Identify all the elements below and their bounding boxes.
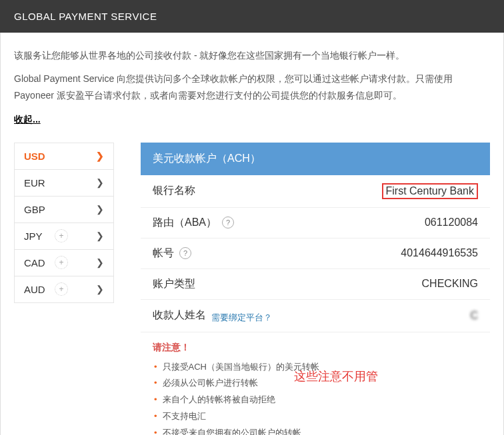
field-label: 银行名称: [153, 184, 195, 198]
notice-item: 来自个人的转帐将被自动拒绝: [154, 392, 478, 408]
notice-title: 请注意！: [153, 342, 478, 354]
field-value-highlighted: First Century Bank: [382, 183, 478, 199]
tab-cad[interactable]: CAD + ❯: [14, 250, 114, 276]
card-title: 美元收款帐户（ACH）: [141, 143, 490, 175]
chevron-right-icon: ❯: [96, 230, 104, 241]
field-value-redacted: C: [470, 310, 478, 322]
account-card: 美元收款帐户（ACH） 银行名称 First Century Bank 路由（A…: [141, 143, 490, 435]
row-account-type: 账户类型 CHECKING: [141, 269, 490, 300]
field-label: 收款人姓名 需要绑定平台？: [153, 308, 272, 324]
page-header: GLOBAL PAYMENT SERVICE: [0, 0, 504, 33]
intro-line-1: 该服务让您能够从世界各地的公司接收付款 - 就好像您在这些国家拥有一个当地银行帐…: [14, 47, 490, 64]
notice-item: 不接受来自您拥有的公司帐户的转帐: [154, 425, 478, 436]
chevron-right-icon: ❯: [96, 151, 104, 161]
tab-label: GBP: [24, 204, 55, 215]
tab-label: AUD: [24, 284, 55, 295]
chevron-right-icon: ❯: [96, 204, 104, 215]
page-title: GLOBAL PAYMENT SERVICE: [14, 11, 157, 22]
annotation-overlay: 这些注意不用管: [294, 368, 378, 384]
tab-jpy[interactable]: JPY + ❯: [14, 223, 114, 250]
row-bank-name: 银行名称 First Century Bank: [141, 175, 490, 208]
tab-label: CAD: [24, 257, 55, 268]
help-icon[interactable]: ?: [222, 217, 234, 228]
help-icon[interactable]: ?: [179, 247, 191, 259]
field-label: 路由（ABA） ?: [153, 216, 234, 230]
row-beneficiary: 收款人姓名 需要绑定平台？ C: [141, 300, 490, 332]
row-account-number: 帐号 ? 4014644916535: [141, 238, 490, 269]
tab-label: USD: [24, 151, 55, 162]
tab-label: EUR: [24, 177, 55, 189]
collapse-link[interactable]: 收起...: [14, 111, 41, 128]
tab-label: JPY: [24, 230, 55, 242]
field-label: 帐号 ?: [153, 246, 191, 260]
chevron-right-icon: ❯: [96, 284, 104, 294]
tab-usd[interactable]: USD ❯: [14, 143, 114, 170]
tab-gbp[interactable]: GBP ❯: [14, 197, 114, 223]
plus-icon: +: [55, 256, 68, 269]
plus-icon: +: [55, 229, 68, 242]
chevron-right-icon: ❯: [96, 257, 104, 268]
currency-sidebar: USD ❯ EUR ❯ GBP ❯ JPY + ❯ CAD: [14, 143, 114, 303]
notice-block: 请注意！ 只接受ACH（美国当地银行）的美元转帐 必须从公司帐户进行转帐 来自个…: [141, 332, 490, 435]
chevron-right-icon: ❯: [96, 177, 104, 188]
intro-block: 该服务让您能够从世界各地的公司接收付款 - 就好像您在这些国家拥有一个当地银行帐…: [14, 47, 490, 128]
tab-aud[interactable]: AUD + ❯: [14, 276, 114, 303]
tab-eur[interactable]: EUR ❯: [14, 170, 114, 197]
plus-icon: +: [55, 282, 68, 296]
notice-item: 不支持电汇: [154, 408, 478, 425]
field-value: 4014644916535: [401, 247, 478, 259]
row-routing: 路由（ABA） ? 061120084: [141, 208, 490, 238]
field-value: CHECKING: [422, 278, 478, 290]
field-value: 061120084: [425, 217, 478, 228]
bind-platform-link[interactable]: 需要绑定平台？: [211, 312, 272, 324]
intro-line-2: Global Payment Service 向您提供访问多个全球收款帐户的权限…: [14, 71, 490, 104]
field-label: 账户类型: [153, 277, 195, 291]
content-area: 该服务让您能够从世界各地的公司接收付款 - 就好像您在这些国家拥有一个当地银行帐…: [0, 33, 504, 435]
